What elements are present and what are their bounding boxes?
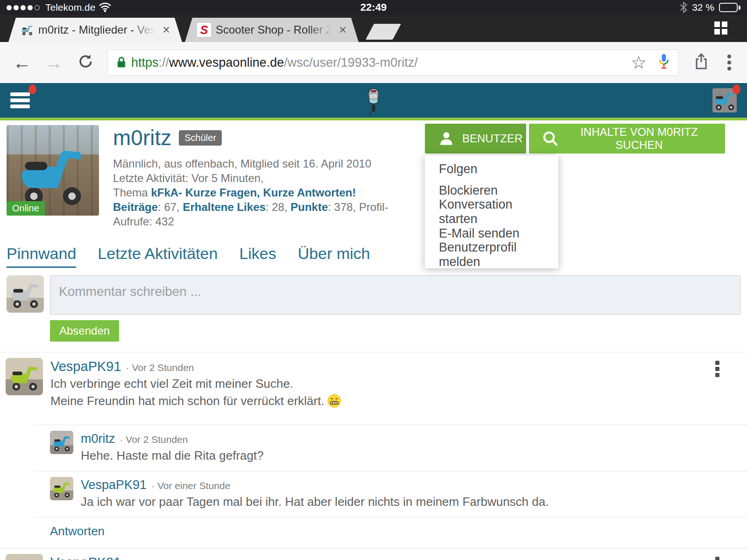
absenden-button[interactable]: Absenden bbox=[50, 320, 119, 342]
screen: Telekom.de 22:49 32 % m0ritz - Mitgliede… bbox=[0, 0, 747, 560]
tab-ueber-mich[interactable]: Über mich bbox=[298, 245, 370, 268]
antworten-link[interactable]: Antworten bbox=[34, 518, 747, 546]
profile-content-tabs: Pinnwand Letzte Aktivitäten Likes Über m… bbox=[0, 245, 747, 268]
punkte-link[interactable]: Punkte bbox=[290, 201, 328, 213]
back-button[interactable]: ← bbox=[8, 53, 35, 72]
status-right: 32 % bbox=[680, 2, 740, 13]
tab-title: Scooter Shop - Roller Zubeh bbox=[216, 23, 334, 36]
comment-options-icon[interactable] bbox=[715, 557, 719, 560]
forward-button[interactable]: → bbox=[40, 53, 67, 72]
beitraege-value: : 67, bbox=[158, 201, 183, 213]
menu-item-konversation[interactable]: Konversation starten bbox=[425, 201, 558, 223]
user-menu[interactable] bbox=[712, 88, 737, 112]
profile-username: m0ritz bbox=[113, 126, 171, 150]
voice-search-mic-icon[interactable] bbox=[657, 52, 671, 73]
vespaonline-favicon bbox=[21, 23, 34, 36]
search-content-button[interactable]: INHALTE VON M0RITZ SUCHEN bbox=[529, 124, 725, 154]
vespaonline-logo[interactable] bbox=[364, 86, 383, 116]
thema-link[interactable]: kFkA- Kurze Fragen, Kurze Antworten! bbox=[151, 186, 356, 199]
comment-author-link[interactable]: VespaPK91 bbox=[50, 555, 121, 560]
beaming-face-emoji-icon bbox=[327, 394, 341, 408]
new-tab-button[interactable] bbox=[366, 24, 401, 40]
reply-m0ritz: m0ritz · Vor 2 Stunden Hehe. Haste mal d… bbox=[34, 425, 747, 471]
avatar-vespapk91[interactable] bbox=[6, 554, 43, 560]
comment-options-icon[interactable] bbox=[715, 361, 719, 377]
site-header bbox=[0, 83, 747, 120]
online-status-badge: Online bbox=[7, 201, 45, 216]
browser-toolbar: ← → https://www.vespaonline.de/wsc/user/… bbox=[0, 42, 747, 83]
close-tab-icon[interactable]: × bbox=[339, 24, 346, 36]
url-path: /wsc/user/19933-m0ritz/ bbox=[284, 56, 418, 70]
profile-info-line1: Männlich, aus offenbach, Mitglied seit 1… bbox=[113, 156, 422, 171]
comment-input[interactable] bbox=[50, 275, 740, 315]
own-avatar bbox=[7, 275, 44, 313]
bookmark-star-icon[interactable]: ☆ bbox=[631, 54, 647, 71]
browser-tab-scooter-shop[interactable]: S Scooter Shop - Roller Zubeh × bbox=[185, 18, 359, 42]
reply-timestamp: · Vor 2 Stunden bbox=[120, 434, 188, 445]
avatar-m0ritz[interactable] bbox=[50, 431, 73, 454]
reload-button[interactable] bbox=[72, 53, 99, 72]
menu-item-melden[interactable]: Benutzerprofil melden bbox=[425, 244, 558, 266]
comment-timestamp: · Vor 2 Stunden bbox=[126, 362, 194, 373]
thema-prefix: Thema bbox=[113, 186, 151, 199]
url-text: https://www.vespaonline.de/wsc/user/1993… bbox=[131, 56, 627, 70]
secure-lock-icon bbox=[115, 56, 127, 69]
benutzer-button-label: BENUTZER bbox=[462, 132, 522, 145]
hamburger-menu-icon[interactable] bbox=[10, 90, 30, 111]
notification-dot bbox=[28, 84, 36, 94]
comment-text-line2: Meine Freundin hat mich schon für verrüc… bbox=[50, 393, 341, 409]
tab-letzte-aktivitaeten[interactable]: Letzte Aktivitäten bbox=[98, 245, 218, 268]
likes-link[interactable]: Erhaltene Likes bbox=[183, 201, 265, 213]
comment-replies: m0ritz · Vor 2 Stunden Hehe. Haste mal d… bbox=[34, 425, 747, 546]
clock: 22:49 bbox=[0, 1, 747, 14]
profile-main: m0ritz Schüler Männlich, aus offenbach, … bbox=[113, 126, 422, 229]
profile-thema-line: Thema kFkA- Kurze Fragen, Kurze Antworte… bbox=[113, 185, 422, 200]
reply-vespapk91: VespaPK91 · Vor einer Stunde Ja ich war … bbox=[34, 471, 747, 517]
reply-text: Ja ich war vor paar Tagen mal bei ihr. H… bbox=[81, 494, 549, 510]
avatar-vespapk91[interactable] bbox=[50, 477, 73, 500]
browser-tab-strip: m0ritz - Mitglieder - VespaO × S Scooter… bbox=[0, 15, 747, 42]
comment-vespapk91: VespaPK91 · Vor 2 Stunden Ich verbringe … bbox=[0, 352, 747, 413]
comment-compose: Absenden bbox=[0, 268, 747, 342]
beitraege-link[interactable]: Beiträge bbox=[113, 201, 158, 213]
benutzer-button[interactable]: BENUTZER bbox=[425, 124, 526, 154]
tab-switcher-icon[interactable] bbox=[714, 21, 727, 35]
url-separator: :// bbox=[159, 56, 169, 70]
user-rank-badge: Schüler bbox=[179, 130, 222, 146]
profile-header: Online m0ritz Schüler Männlich, aus offe… bbox=[0, 120, 747, 238]
browser-tab-m0ritz[interactable]: m0ritz - Mitglieder - VespaO × bbox=[8, 18, 182, 42]
comment-timestamp: · Vor 2 Stunden bbox=[126, 558, 194, 560]
profile-info: Männlich, aus offenbach, Mitglied seit 1… bbox=[113, 156, 422, 229]
menu-item-folgen[interactable]: Folgen bbox=[425, 158, 558, 180]
close-tab-icon[interactable]: × bbox=[162, 24, 170, 36]
profile-photo[interactable]: Online bbox=[7, 125, 99, 216]
comment-text: Meine Freundin hat mich schon für verrüc… bbox=[50, 394, 324, 408]
bluetooth-icon bbox=[680, 2, 687, 13]
ios-status-bar: Telekom.de 22:49 32 % bbox=[0, 0, 747, 15]
browser-menu-icon[interactable] bbox=[727, 55, 731, 70]
benutzer-dropdown-menu: Folgen Blockieren Konversation starten E… bbox=[425, 155, 558, 268]
url-host: www.vespaonline.de bbox=[169, 56, 284, 70]
comment-author-link[interactable]: VespaPK91 bbox=[50, 359, 121, 374]
comment-vespapk91-partial: VespaPK91 · Vor 2 Stunden bbox=[0, 548, 747, 560]
reply-author-link[interactable]: m0ritz bbox=[81, 432, 115, 446]
reply-timestamp: · Vor einer Stunde bbox=[151, 480, 230, 491]
battery-icon bbox=[719, 3, 740, 12]
avatar-vespapk91[interactable] bbox=[6, 358, 43, 395]
search-icon bbox=[542, 130, 559, 147]
reply-text: Hehe. Haste mal die Rita gefragt? bbox=[81, 448, 264, 463]
reply-author-link[interactable]: VespaPK91 bbox=[81, 478, 147, 492]
profile-info-line2: Letzte Aktivität: Vor 5 Minuten, bbox=[113, 171, 422, 185]
tab-title: m0ritz - Mitglieder - VespaO bbox=[38, 23, 158, 36]
vespa-photo-illustration bbox=[12, 137, 92, 212]
profile-actions: BENUTZER INHALTE VON M0RITZ SUCHEN Folge… bbox=[425, 124, 725, 154]
notification-dot bbox=[733, 84, 740, 94]
search-button-label: INHALTE VON M0RITZ SUCHEN bbox=[566, 126, 712, 152]
tab-likes[interactable]: Likes bbox=[239, 245, 276, 268]
tab-pinnwand[interactable]: Pinnwand bbox=[7, 245, 76, 268]
likes-value: : 28, bbox=[266, 201, 290, 213]
address-bar[interactable]: https://www.vespaonline.de/wsc/user/1993… bbox=[107, 49, 679, 76]
profile-stats-line: Beiträge: 67, Erhaltene Likes: 28, Punkt… bbox=[113, 200, 422, 229]
scooter-shop-favicon: S bbox=[197, 23, 211, 37]
share-icon[interactable] bbox=[687, 53, 715, 72]
